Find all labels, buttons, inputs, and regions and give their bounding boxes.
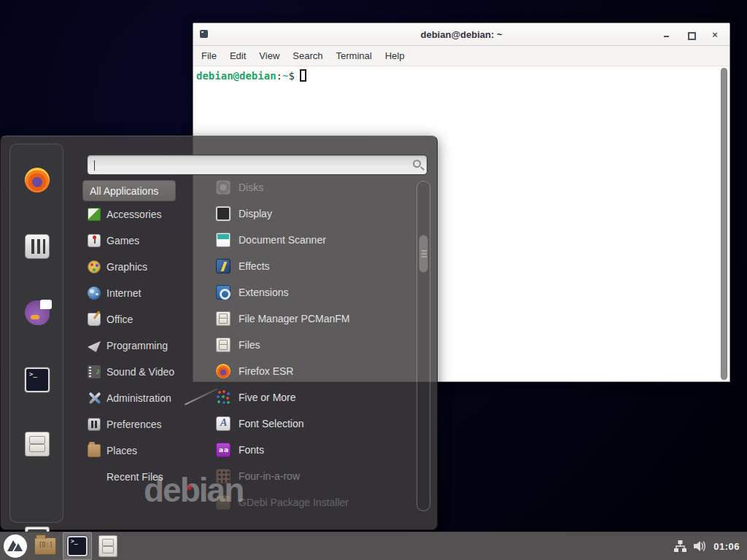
menu-view[interactable]: View xyxy=(252,50,286,61)
category-places[interactable]: Places xyxy=(82,438,193,464)
terminal-task-button[interactable] xyxy=(63,532,92,560)
file-cabinet-icon xyxy=(216,311,231,326)
application-menu: debian All Applications Accessories xyxy=(0,136,438,530)
document-scanner-icon xyxy=(216,233,231,247)
window-controls: × xyxy=(662,23,719,46)
app-item-firefox-esr[interactable]: Firefox ESR xyxy=(193,358,414,384)
app-item-display[interactable]: Display xyxy=(193,201,414,227)
applications-menu-icon xyxy=(3,534,28,559)
terminal-title: debian@debian: ~ xyxy=(193,29,729,40)
app-item-disks[interactable]: Disks xyxy=(193,174,414,201)
applications-menu-button[interactable] xyxy=(0,532,31,560)
effects-icon xyxy=(216,259,231,273)
programming-icon xyxy=(88,339,101,352)
app-item-files[interactable]: Files xyxy=(193,332,414,358)
menu-help[interactable]: Help xyxy=(379,50,411,61)
gdebi-icon xyxy=(216,495,231,510)
graphics-icon xyxy=(88,260,101,273)
category-internet[interactable]: Internet xyxy=(82,280,193,306)
terminal-titlebar[interactable]: debian@debian: ~ × xyxy=(193,23,729,46)
menu-scrollbar-track[interactable] xyxy=(417,181,430,511)
system-tray: 01:06 xyxy=(673,540,747,553)
search-caret xyxy=(94,160,95,171)
prompt-dollar: $ xyxy=(288,70,294,82)
internet-icon xyxy=(88,287,101,300)
category-programming[interactable]: Programming xyxy=(82,332,193,359)
terminal-cursor xyxy=(300,69,306,82)
administration-icon xyxy=(88,392,101,405)
extensions-icon xyxy=(216,285,231,300)
display-icon xyxy=(216,206,231,221)
app-item-font-selection[interactable]: Font Selection xyxy=(193,411,414,437)
search-input[interactable] xyxy=(87,155,427,175)
category-games[interactable]: Games xyxy=(82,228,193,254)
close-button[interactable]: × xyxy=(711,31,719,39)
file-cabinet-icon[interactable] xyxy=(25,432,50,456)
firefox-icon[interactable] xyxy=(25,168,50,192)
minimize-button[interactable] xyxy=(662,31,671,39)
app-item-five-or-more[interactable]: Five or More xyxy=(193,384,414,411)
files-button[interactable] xyxy=(92,532,124,560)
places-icon xyxy=(88,444,101,457)
favorites-sidebar xyxy=(9,144,63,523)
menu-scrollbar-thumb[interactable] xyxy=(419,235,428,273)
network-icon[interactable] xyxy=(673,540,687,553)
app-item-four-in-a-row[interactable]: Four-in-a-row xyxy=(193,463,414,489)
taskbar: 01:06 xyxy=(0,532,747,560)
disks-icon xyxy=(216,180,231,195)
file-manager-button[interactable] xyxy=(31,532,60,560)
terminal-menubar: File Edit View Search Terminal Help xyxy=(193,46,729,66)
category-accessories[interactable]: Accessories xyxy=(82,201,193,228)
desktop: debian@debian: ~ × File Edit View Search… xyxy=(0,0,747,560)
app-item-extensions[interactable]: Extensions xyxy=(193,279,414,306)
volume-icon[interactable] xyxy=(693,540,708,553)
prompt-colon: : xyxy=(276,70,282,82)
application-list: Disks Display Document Scanner Effects E… xyxy=(193,174,414,513)
font-selection-icon xyxy=(216,416,231,431)
app-item-fonts[interactable]: Fonts xyxy=(193,437,414,463)
settings-sliders-icon[interactable] xyxy=(25,234,50,259)
menu-file[interactable]: File xyxy=(195,50,223,61)
category-list: All Applications Accessories Games Graph… xyxy=(82,180,193,490)
maximize-button[interactable] xyxy=(686,31,695,39)
category-administration[interactable]: Administration xyxy=(82,385,193,411)
terminal-icon[interactable] xyxy=(25,368,50,392)
terminal-icon xyxy=(67,536,88,556)
folder-icon xyxy=(34,537,56,555)
app-item-file-manager-pcmanfm[interactable]: File Manager PCManFM xyxy=(193,306,414,332)
fonts-icon xyxy=(216,443,231,457)
app-item-effects[interactable]: Effects xyxy=(193,253,414,279)
search-icon xyxy=(413,160,421,168)
file-cabinet-icon xyxy=(98,535,117,557)
firefox-icon xyxy=(216,364,231,378)
app-item-gdebi-package-installer[interactable]: GDebi Package Installer xyxy=(193,489,414,513)
app-item-document-scanner[interactable]: Document Scanner xyxy=(193,227,414,253)
terminal-scrollbar[interactable] xyxy=(721,68,727,380)
prompt-user: debian@debian xyxy=(196,70,276,82)
five-or-more-icon xyxy=(216,390,231,405)
file-cabinet-icon xyxy=(216,338,231,352)
menu-terminal[interactable]: Terminal xyxy=(330,50,379,61)
games-icon xyxy=(88,234,101,247)
pidgin-icon[interactable] xyxy=(25,300,50,325)
taskbar-clock[interactable]: 01:06 xyxy=(713,541,740,552)
category-all-applications[interactable]: All Applications xyxy=(82,180,176,201)
accessories-icon xyxy=(88,208,101,221)
category-office[interactable]: Office xyxy=(82,306,193,332)
sound-video-icon xyxy=(88,365,101,378)
preferences-icon xyxy=(88,418,101,431)
four-in-a-row-icon xyxy=(216,469,231,483)
office-icon xyxy=(88,313,101,326)
category-recent-files[interactable]: Recent Files xyxy=(82,464,193,490)
menu-search[interactable]: Search xyxy=(286,50,329,61)
category-graphics[interactable]: Graphics xyxy=(82,254,193,280)
category-preferences[interactable]: Preferences xyxy=(82,411,193,438)
terminal-window-icon xyxy=(200,30,208,38)
menu-edit[interactable]: Edit xyxy=(223,50,252,61)
category-sound-video[interactable]: Sound & Video xyxy=(82,359,193,385)
